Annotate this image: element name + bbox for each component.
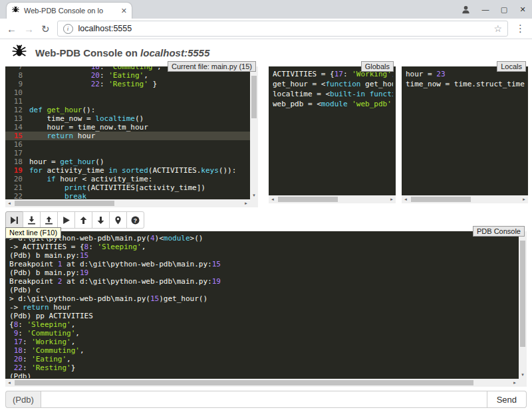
console-line: -> return hour xyxy=(9,303,517,312)
line-number: 13 xyxy=(5,114,29,123)
return-button[interactable] xyxy=(40,211,58,229)
stack-up-button[interactable] xyxy=(74,211,92,229)
pdb-command-input[interactable] xyxy=(41,391,487,408)
current-file-label: Current file: main.py (15) xyxy=(168,61,256,72)
scrollbar-corner xyxy=(519,379,527,387)
console-line: (Pdb) b main.py:19 xyxy=(9,268,517,277)
site-info-icon[interactable]: i xyxy=(63,24,73,34)
scrollbar-thumb[interactable] xyxy=(15,380,473,385)
scroll-left-arrow[interactable]: ◄ xyxy=(402,195,410,203)
maximize-button[interactable]: ▢ xyxy=(495,0,513,19)
url-bar[interactable]: i localhost:5555 ☆ xyxy=(57,21,508,37)
browser-tab[interactable]: Web-PDB Console on lo ✕ xyxy=(7,3,132,19)
scrollbar-thumb[interactable] xyxy=(251,76,257,118)
code-line: 13 time_now = localtime() xyxy=(5,114,250,123)
line-number: 10 xyxy=(5,88,29,97)
stack-down-button[interactable] xyxy=(92,211,110,229)
code-line: 20 if hour < activity_time: xyxy=(5,175,250,183)
console-line: -> ACTIVITIES = {8: 'Sleeping', xyxy=(9,243,517,251)
bookmark-star-icon[interactable]: ☆ xyxy=(493,23,502,34)
horizontal-scrollbar[interactable]: ◄ ► xyxy=(402,195,528,203)
scroll-right-arrow[interactable]: ► xyxy=(511,379,519,387)
line-number: 18 xyxy=(5,157,29,166)
code-editor: 7 18: 'Commuting',8 20: 'Eating',9 22: '… xyxy=(5,66,250,199)
vertical-scrollbar[interactable]: ▲ ▼ xyxy=(250,66,258,199)
browser-menu-icon[interactable]: ⋮ xyxy=(515,23,525,35)
code-line: 11 xyxy=(5,97,250,106)
console-line: (Pdb) pp ACTIVITIES xyxy=(9,312,517,320)
globals-list: ACTIVITIES = {17: 'Working', 18: get_hou… xyxy=(273,69,393,195)
horizontal-scrollbar[interactable]: ◄ ► xyxy=(269,195,396,203)
scroll-right-arrow[interactable]: ► xyxy=(242,199,250,207)
step-into-icon xyxy=(27,216,36,225)
current-code-line: 15 return hour xyxy=(5,132,250,140)
where-button[interactable] xyxy=(109,211,127,229)
scroll-right-arrow[interactable]: ► xyxy=(520,195,528,203)
pdb-console-label: PDB Console xyxy=(473,226,525,237)
reload-button[interactable]: ↻ xyxy=(41,24,50,34)
code-text: hour = time_now.tm_hour xyxy=(29,123,148,132)
step-into-button[interactable] xyxy=(23,211,41,229)
scrollbar-thumb[interactable] xyxy=(15,201,114,206)
help-button[interactable]: ? xyxy=(126,211,144,229)
scroll-left-arrow[interactable]: ◄ xyxy=(5,379,13,387)
console-line: (Pdb) c xyxy=(9,286,517,294)
url-text[interactable]: localhost:5555 xyxy=(78,24,489,33)
console-line: > d:\git\python-web-pdb\main.py(15)get_h… xyxy=(9,294,517,303)
global-variable-line: web_pdb = <module 'web_pdb' from ' xyxy=(273,99,393,109)
scroll-left-arrow[interactable]: ◄ xyxy=(269,195,277,203)
horizontal-scrollbar[interactable]: ◄ ► xyxy=(5,199,250,207)
code-line: 10 xyxy=(5,88,250,97)
horizontal-scrollbar[interactable]: ◄ ► xyxy=(5,379,519,387)
close-button[interactable]: ✕ xyxy=(513,0,532,19)
forward-button[interactable]: → xyxy=(24,24,34,34)
browser-navbar: ← → ↻ i localhost:5555 ☆ ⋮ xyxy=(0,19,532,39)
code-line: 12def get_hour(): xyxy=(5,106,250,114)
scroll-down-arrow[interactable]: ▼ xyxy=(250,191,258,199)
code-line: 14 hour = time_now.tm_hour xyxy=(5,123,250,132)
line-number: 22 xyxy=(5,192,29,199)
global-variable-line: localtime = <built-in function loc xyxy=(273,89,393,99)
line-number: 16 xyxy=(5,140,29,149)
console-line: 17: 'Working', xyxy=(9,338,517,346)
map-marker-icon xyxy=(114,216,122,225)
profile-avatar-icon[interactable] xyxy=(458,3,473,15)
scroll-right-arrow[interactable]: ► xyxy=(388,195,396,203)
line-number: 14 xyxy=(5,123,29,132)
code-text: hour = get_hour() xyxy=(29,157,104,166)
scrollbar-thumb[interactable] xyxy=(520,241,525,347)
page-title: Web-PDB Console on localhost:5555 xyxy=(35,47,209,58)
vertical-scrollbar[interactable]: ▲ ▼ xyxy=(519,231,527,379)
line-number: 21 xyxy=(5,183,29,192)
console-line: Breakpoint 1 at d:\git\python-web-pdb\ma… xyxy=(9,260,517,268)
code-line: 21 print(ACTIVITIES[activity_time]) xyxy=(5,183,250,192)
locals-panel: Locals hour = 23time_now = time.struct_t… xyxy=(402,66,528,203)
question-icon: ? xyxy=(131,216,140,225)
minimize-button[interactable]: — xyxy=(476,0,495,19)
breakpoint-line-number: 19 xyxy=(5,166,29,175)
locals-label: Locals xyxy=(497,61,526,72)
send-button[interactable]: Send xyxy=(487,391,527,408)
svg-text:?: ? xyxy=(134,217,137,223)
scroll-down-arrow[interactable]: ▼ xyxy=(519,371,527,379)
page-header: Web-PDB Console on localhost:5555 xyxy=(11,43,209,62)
console-line: 9: 'Commuting', xyxy=(9,329,517,338)
next-line-button[interactable] xyxy=(5,211,23,229)
code-line: 19for activity_time in sorted(ACTIVITIES… xyxy=(5,166,250,175)
code-text: if hour < activity_time: xyxy=(29,175,152,183)
scroll-left-arrow[interactable]: ◄ xyxy=(5,199,13,207)
scrollbar-thumb[interactable] xyxy=(278,197,338,202)
command-input-group: (Pdb) Send xyxy=(5,391,527,408)
play-icon xyxy=(62,216,70,225)
console-line: 18: 'Commuting', xyxy=(9,346,517,355)
pdb-prompt-label: (Pdb) xyxy=(5,391,41,408)
continue-button[interactable] xyxy=(57,211,75,229)
console-line: 22: 'Resting'} xyxy=(9,363,517,372)
pdb-console-panel: PDB Console > d:\git\python-web-pdb\main… xyxy=(5,231,527,387)
scrollbar-thumb[interactable] xyxy=(411,197,471,202)
back-button[interactable]: ← xyxy=(7,24,17,34)
globals-panel: Globals ACTIVITIES = {17: 'Working', 18:… xyxy=(269,66,396,203)
tab-close-icon[interactable]: ✕ xyxy=(121,7,127,15)
code-line: 22 break xyxy=(5,192,250,199)
global-variable-line: get_hour = <function get_hour at 0x0 xyxy=(273,79,393,89)
